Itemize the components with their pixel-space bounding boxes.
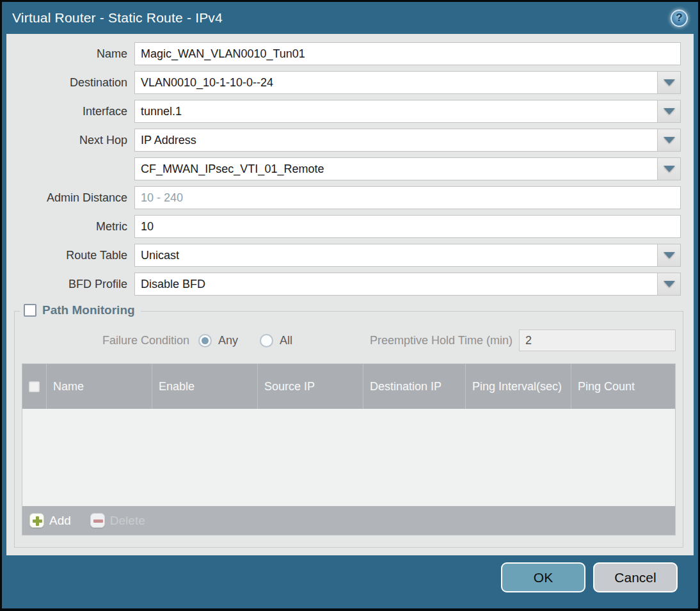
route-table-label: Route Table	[6, 249, 134, 262]
plus-icon	[29, 513, 44, 528]
metric-input[interactable]	[135, 216, 680, 237]
admin-distance-label: Admin Distance	[6, 191, 134, 205]
admin-distance-input[interactable]	[135, 187, 680, 209]
add-button-label: Add	[49, 514, 71, 528]
column-header-destination-ip: Destination IP	[363, 364, 466, 409]
route-table-dropdown-button[interactable]	[657, 244, 680, 266]
column-header-ping-count: Ping Count	[571, 364, 675, 409]
form-row-interface: Interface	[6, 100, 681, 123]
cancel-button[interactable]: Cancel	[593, 562, 678, 592]
metric-label: Metric	[6, 220, 134, 234]
failure-condition-label: Failure Condition	[22, 334, 189, 347]
ok-button[interactable]: OK	[501, 562, 585, 592]
next-hop-address-field	[134, 157, 681, 180]
select-all-header-cell	[22, 364, 47, 409]
route-table-input[interactable]	[135, 244, 657, 266]
next-hop-label: Next Hop	[6, 134, 134, 147]
form-row-destination: Destination	[6, 71, 681, 94]
form-row-metric: Metric	[6, 215, 681, 238]
chevron-down-icon	[664, 79, 675, 86]
interface-dropdown-button[interactable]	[657, 100, 680, 122]
form-row-route-table: Route Table	[6, 244, 681, 267]
next-hop-type-input[interactable]	[135, 129, 657, 151]
next-hop-address-input[interactable]	[135, 158, 657, 180]
bfd-profile-dropdown-button[interactable]	[657, 273, 680, 295]
table-header-row: Name Enable Source IP Destination IP Pin…	[22, 364, 675, 409]
preemptive-hold-time-input[interactable]	[519, 329, 676, 351]
path-monitoring-title: Path Monitoring	[42, 303, 135, 317]
failure-condition-all-label: All	[280, 334, 292, 347]
admin-distance-field	[134, 186, 681, 209]
form-row-next-hop-address	[6, 157, 681, 180]
destination-field	[134, 71, 681, 94]
bfd-profile-field	[134, 273, 681, 296]
next-hop-type-dropdown-button[interactable]	[657, 129, 680, 151]
column-header-ping-interval: Ping Interval(sec)	[466, 364, 571, 409]
dialog-content: Name Destination Interface Next Hop	[6, 34, 694, 555]
form-row-bfd-profile: BFD Profile	[6, 273, 681, 296]
table-body-empty	[22, 409, 675, 506]
delete-button[interactable]: Delete	[90, 513, 145, 528]
chevron-down-icon	[664, 166, 675, 172]
delete-button-label: Delete	[110, 514, 145, 528]
failure-condition-row: Failure Condition Any All Preemptive Hol…	[22, 329, 676, 351]
select-all-checkbox[interactable]	[29, 381, 40, 392]
interface-field	[134, 100, 681, 123]
static-route-dialog: Virtual Router - Static Route - IPv4 ? N…	[0, 0, 700, 611]
destination-label: Destination	[6, 76, 134, 90]
add-button[interactable]: Add	[29, 513, 71, 528]
next-hop-type-field	[134, 129, 681, 152]
chevron-down-icon	[664, 108, 675, 115]
metric-field	[134, 215, 681, 238]
preemptive-hold-time-label: Preemptive Hold Time (min)	[370, 334, 513, 347]
path-monitoring-section: Path Monitoring Failure Condition Any Al…	[14, 311, 683, 548]
route-table-field	[134, 244, 681, 267]
table-toolbar: Add Delete	[22, 506, 675, 535]
name-field	[134, 42, 681, 65]
dialog-titlebar: Virtual Router - Static Route - IPv4 ?	[2, 2, 698, 34]
name-label: Name	[6, 47, 134, 61]
dialog-title: Virtual Router - Static Route - IPv4	[12, 10, 223, 26]
chevron-down-icon	[664, 281, 675, 287]
name-input[interactable]	[135, 43, 680, 65]
minus-icon	[90, 513, 105, 528]
path-monitoring-checkbox[interactable]	[24, 304, 36, 317]
column-header-source-ip: Source IP	[258, 364, 363, 409]
path-monitoring-table: Name Enable Source IP Destination IP Pin…	[22, 363, 676, 536]
help-icon[interactable]: ?	[671, 10, 688, 27]
chevron-down-icon	[664, 137, 675, 143]
form-row-admin-distance: Admin Distance	[6, 186, 681, 209]
failure-condition-all-radio[interactable]	[260, 334, 273, 347]
dialog-footer: OK Cancel	[2, 555, 698, 608]
failure-condition-any-radio[interactable]	[198, 334, 212, 347]
column-header-enable: Enable	[152, 364, 258, 409]
failure-condition-any-label: Any	[218, 334, 238, 347]
interface-input[interactable]	[135, 100, 657, 122]
form-row-next-hop: Next Hop	[6, 129, 681, 152]
column-header-name: Name	[47, 364, 152, 409]
bfd-profile-label: BFD Profile	[6, 278, 134, 291]
next-hop-address-dropdown-button[interactable]	[657, 158, 680, 180]
destination-input[interactable]	[135, 72, 657, 93]
destination-dropdown-button[interactable]	[657, 72, 680, 93]
path-monitoring-legend: Path Monitoring	[20, 303, 141, 317]
bfd-profile-input[interactable]	[135, 273, 657, 295]
chevron-down-icon	[664, 252, 675, 258]
interface-label: Interface	[6, 105, 134, 118]
form-row-name: Name	[6, 42, 681, 65]
